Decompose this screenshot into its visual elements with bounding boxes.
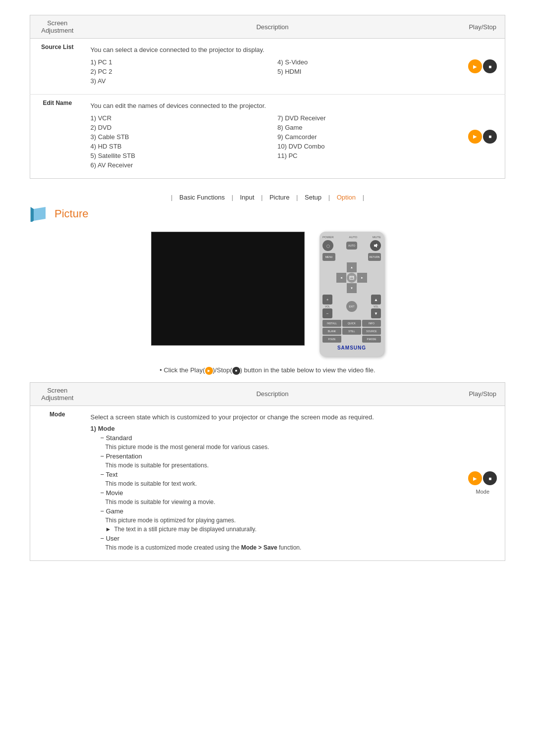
mode-user-label: − User — [101, 535, 455, 542]
stop-button-editname[interactable]: ■ — [483, 130, 497, 144]
mode-game-desc: This picture mode is optimized for playi… — [106, 517, 455, 524]
nav-basic-functions[interactable]: Basic Functions — [179, 194, 225, 201]
remote-arrow-up2[interactable]: ▲ — [371, 295, 381, 304]
picture-title: Picture — [54, 207, 88, 220]
remote-control: POWER AUTO MUTE ◯ AUTO MENU RETURN — [320, 232, 384, 356]
remote-up-btn[interactable]: ▲ — [347, 262, 357, 272]
remote-auto-btn[interactable]: AUTO — [346, 242, 357, 250]
nav-input[interactable]: Input — [240, 194, 254, 201]
remote-power-btn[interactable]: ◯ — [322, 240, 333, 251]
play-button-source[interactable]: ▶ — [468, 59, 482, 73]
play-button-mode[interactable]: ▶ — [468, 471, 482, 485]
editname-item-5: 5) Satellite STB — [91, 152, 268, 159]
editname-item-10: 10) DVD Combo — [277, 143, 455, 150]
source-desc: You can select a device connected to the… — [91, 46, 455, 53]
nav-sep2: | — [231, 194, 233, 201]
table-row: Mode Select a screen state which is cust… — [30, 405, 505, 560]
remote-exit-btn[interactable]: EXIT — [346, 301, 357, 312]
nav-sep3: | — [261, 194, 263, 201]
mode-presentation-desc: This mode is suitable for presentations. — [106, 462, 455, 469]
mode-text-desc: This mode is suitable for text work. — [106, 480, 455, 487]
projector-screen — [151, 232, 305, 346]
play-icon: ▶ — [205, 367, 213, 375]
source-item-1: 1) PC 1 — [91, 58, 268, 66]
svg-rect-3 — [350, 276, 354, 279]
editname-item-3: 3) Cable STB — [91, 133, 268, 141]
col1-header-t2: ScreenAdjustment — [30, 382, 85, 405]
nav-separator: | — [171, 194, 172, 201]
instruction-line: • Click the Play(▶)/Stop(■) button in th… — [30, 366, 505, 375]
remote-left-btn[interactable]: ◄ — [336, 273, 346, 283]
mode-save-link: Mode > Save — [241, 544, 277, 551]
mode-list-title: 1) Mode — [91, 425, 455, 432]
nav-sep4: | — [296, 194, 298, 201]
editname-item-9: 9) Camcorder — [277, 133, 455, 141]
table-input: ScreenAdjustment Description Play/Stop S… — [30, 15, 505, 179]
table-picture: ScreenAdjustment Description Play/Stop M… — [30, 382, 505, 561]
nav-picture[interactable]: Picture — [269, 194, 289, 201]
table-row: Source List You can select a device conn… — [30, 39, 505, 95]
editname-item-8: 8) Game — [277, 124, 455, 131]
remote-bottom-section: INSTALL QUICK INFO BLANK STILL SOURCE P.… — [322, 320, 381, 343]
col2-header: Description — [85, 15, 461, 39]
play-stop-editname[interactable]: ▶ ■ — [468, 130, 497, 144]
source-item-3: 3) AV — [91, 77, 268, 85]
nav-bar: | Basic Functions | Input | Picture | Se… — [30, 194, 505, 201]
mode-text-label: − Text — [101, 471, 455, 478]
diagram-section: POWER AUTO MUTE ◯ AUTO MENU RETURN — [30, 232, 505, 356]
remote-pmode-btn[interactable]: P.MODE — [362, 336, 381, 343]
stop-button-mode[interactable]: ■ — [483, 471, 497, 485]
mode-game-note: ► The text in a still picture may be dis… — [106, 526, 455, 533]
remote-vol-plus[interactable]: + — [322, 295, 332, 304]
remote-menu-btn[interactable]: MENU — [322, 253, 335, 261]
remote-vol-minus[interactable]: − — [322, 308, 332, 318]
stop-icon: ■ — [232, 367, 240, 375]
remote-label-auto: AUTO — [349, 236, 358, 239]
editname-item-6: 6) AV Receiver — [91, 161, 268, 169]
play-stop-source[interactable]: ▶ ■ — [468, 59, 497, 73]
remote-psize-btn[interactable]: P.SIZE — [322, 336, 341, 343]
mode-list: 1) Mode − Standard This picture mode is … — [91, 425, 455, 551]
play-stop-mode[interactable]: ▶ ■ — [468, 471, 497, 485]
remote-info-btn[interactable]: INFO — [362, 320, 381, 327]
editname-item-11: 11) PC — [277, 152, 455, 159]
table-row: Edit Name You can edit the names of devi… — [30, 95, 505, 179]
remote-arrow-dn2[interactable]: ▼ — [371, 308, 381, 318]
col3-header: Play/Stop — [461, 15, 505, 39]
mode-presentation-label: − Presentation — [101, 453, 455, 460]
row-label-editname: Edit Name — [30, 95, 85, 179]
remote-source-btn[interactable]: SOURCE — [362, 328, 381, 335]
play-button-editname[interactable]: ▶ — [468, 130, 482, 144]
stop-inline-icon: ■ — [232, 367, 240, 375]
row-label-source: Source List — [30, 39, 85, 95]
remote-quick-btn[interactable]: QUICK — [342, 320, 361, 327]
remote-blank-btn[interactable]: BLANK — [322, 328, 341, 335]
picture-icon — [30, 206, 50, 222]
row-label-mode: Mode — [30, 405, 85, 560]
mode-standard-desc: This picture mode is the most general mo… — [106, 444, 455, 451]
col3-header-t2: Play/Stop — [461, 382, 505, 405]
remote-right-btn[interactable]: ► — [357, 273, 367, 283]
nav-setup[interactable]: Setup — [305, 194, 321, 201]
remote-still-btn[interactable]: STILL — [342, 328, 361, 335]
col1-header: ScreenAdjustment — [30, 15, 85, 39]
remote-mute-btn[interactable] — [370, 240, 381, 251]
mode-standard-label: − Standard — [101, 434, 455, 442]
row-content-mode: Select a screen state which is customize… — [85, 405, 461, 560]
row-buttons-mode: ▶ ■ Mode — [461, 405, 505, 560]
row-content-source: You can select a device connected to the… — [85, 39, 461, 95]
stop-button-source[interactable]: ■ — [483, 59, 497, 73]
nav-option[interactable]: Option — [337, 194, 356, 201]
mode-movie-desc: This mode is suitable for viewing a movi… — [106, 499, 455, 505]
remote-label-mute: MUTE — [373, 236, 381, 239]
remote-return-btn[interactable]: RETURN — [368, 253, 381, 261]
remote-center-btn[interactable] — [347, 273, 357, 283]
editname-desc: You can edit the names of devices connec… — [91, 102, 455, 109]
editname-item-2: 2) DVD — [91, 124, 268, 131]
source-item-5: 5) HDMI — [277, 68, 455, 75]
mode-game-label: − Game — [101, 507, 455, 515]
remote-down-btn[interactable]: ▼ — [347, 283, 357, 293]
editname-item-7: 7) DVD Receiver — [277, 114, 455, 122]
remote-install-btn[interactable]: INSTALL — [322, 320, 341, 327]
nav-sep6: | — [363, 194, 364, 201]
